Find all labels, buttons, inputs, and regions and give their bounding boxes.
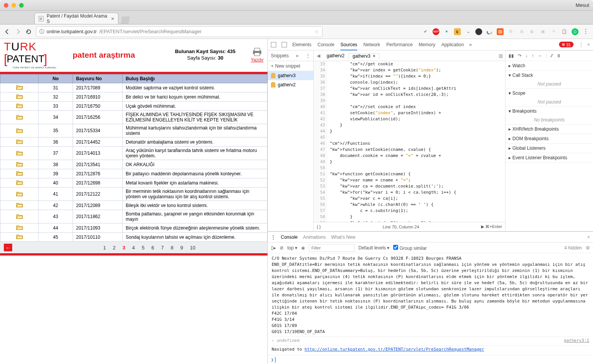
- show-nav-icon[interactable]: ▥: [496, 53, 505, 58]
- global-section[interactable]: ▸ Global Listeners: [506, 144, 593, 153]
- clear-console-icon[interactable]: ⊘: [280, 245, 284, 251]
- pager-page[interactable]: 9: [180, 245, 183, 251]
- table-row[interactable]: 332017/16750Uçak gövdeli mühimmat.: [0, 102, 267, 111]
- event-section[interactable]: ▸ Event Listener Breakpoints: [506, 153, 593, 162]
- open-record-icon[interactable]: [16, 94, 23, 99]
- table-row[interactable]: 342017/16256FİŞEK ALIMINDA VE TAHLİYESİN…: [0, 111, 267, 124]
- table-row[interactable]: 322017/16910Bir delici ve bir harici koş…: [0, 92, 267, 102]
- devtools-tab[interactable]: Application: [441, 42, 464, 47]
- ext-icon[interactable]: ⊞: [518, 28, 525, 35]
- menu-icon[interactable]: ⋮: [306, 53, 310, 58]
- pause-exceptions-icon[interactable]: ⏸: [556, 53, 561, 58]
- console-sidebar-icon[interactable]: ▯▸: [271, 245, 276, 251]
- table-row[interactable]: 392017/12876Bir patlayıcı maddenin depol…: [0, 169, 267, 178]
- ext-icon[interactable]: 📋: [561, 28, 568, 35]
- watch-section[interactable]: ▸ Watch: [506, 61, 593, 70]
- table-row[interactable]: 442017/11093Birçok elektronik fünye düze…: [0, 223, 267, 233]
- drawer-tab[interactable]: Animations: [303, 235, 326, 240]
- site-logo[interactable]: TURK [PATENT] TÜRK PATENT VE MARKA KURUM…: [4, 41, 65, 69]
- open-record-icon[interactable]: [16, 84, 23, 90]
- pager-page[interactable]: 6: [151, 245, 154, 251]
- table-row[interactable]: 412017/12122Bir merminin tetik noktasını…: [0, 188, 267, 201]
- chrome-menu-icon[interactable]: ⋮: [582, 28, 589, 35]
- context-selector[interactable]: top ▾: [287, 245, 297, 251]
- ext-icon[interactable]: ▨: [497, 28, 504, 35]
- table-row[interactable]: 372017/14013Araç yükünün karşıt taraflar…: [0, 147, 267, 160]
- table-row[interactable]: 382017/13541OK ARKALIĞI: [0, 160, 267, 169]
- ext-icon[interactable]: D: [572, 28, 578, 35]
- pager-page[interactable]: 2: [113, 245, 115, 251]
- more-icon[interactable]: »: [296, 53, 299, 58]
- ext-icon[interactable]: ◐: [529, 28, 536, 35]
- mac-zoom-button[interactable]: [19, 3, 24, 8]
- run-snippet-hint[interactable]: ▶ ⌘+Enter: [481, 224, 502, 229]
- open-record-icon[interactable]: [16, 225, 23, 230]
- console-settings-icon[interactable]: ⚙: [586, 245, 590, 251]
- site-info-icon[interactable]: ⓘ: [39, 28, 44, 35]
- code-editor[interactable]: 33 34 35 36 37 38 39 40 41 42 43 44 45 4…: [314, 61, 505, 222]
- drawer-menu-icon[interactable]: ⋮: [271, 235, 275, 240]
- table-row[interactable]: 452017/10110Sondaj kuyularının tahsisi v…: [0, 233, 267, 242]
- devtools-tab[interactable]: Performance: [386, 42, 413, 47]
- xhr-section[interactable]: ▸ XHR/fetch Breakpoints: [506, 125, 593, 134]
- pager-prev-icon[interactable]: ←: [4, 244, 12, 251]
- hidden-count[interactable]: 4 hidden: [564, 245, 582, 251]
- ext-icon[interactable]: k: [454, 28, 461, 35]
- console-output[interactable]: C/O Nexter Systems Ds/Pıd 7 Route De Gue…: [268, 253, 593, 355]
- drawer-tab[interactable]: Console: [281, 235, 298, 240]
- open-record-icon[interactable]: [16, 150, 23, 155]
- open-record-icon[interactable]: [16, 161, 23, 167]
- open-record-icon[interactable]: [16, 234, 23, 239]
- open-record-icon[interactable]: [16, 191, 23, 196]
- pager-page[interactable]: 10: [190, 245, 195, 251]
- devtools-tab[interactable]: Elements: [292, 42, 311, 47]
- pager-page[interactable]: 4: [132, 245, 135, 251]
- pager-page[interactable]: 7: [161, 245, 164, 251]
- pager-page[interactable]: 8: [171, 245, 173, 251]
- mac-minimize-button[interactable]: [11, 3, 16, 8]
- open-record-icon[interactable]: [16, 114, 23, 120]
- open-record-icon[interactable]: [16, 128, 23, 133]
- new-tab-button[interactable]: [121, 16, 130, 24]
- pager-page[interactable]: 3: [122, 245, 125, 251]
- open-record-icon[interactable]: [16, 214, 23, 219]
- print-link[interactable]: Yazdır: [251, 57, 264, 63]
- tab-close-icon[interactable]: ×: [111, 16, 114, 22]
- print-block[interactable]: Yazdır: [251, 47, 264, 63]
- inspect-icon[interactable]: [271, 42, 276, 47]
- table-row[interactable]: 402017/12698Metal kovanlı fişekler için …: [0, 178, 267, 188]
- bookmark-star-icon[interactable]: ☆: [314, 29, 319, 34]
- devtools-menu-icon[interactable]: ⋮: [579, 42, 583, 47]
- nav-back-icon[interactable]: ◀: [314, 53, 323, 58]
- ext-icon[interactable]: ⚙: [507, 28, 514, 35]
- devtools-tab[interactable]: Sources: [340, 42, 357, 50]
- back-button[interactable]: [4, 28, 11, 35]
- ext-icon[interactable]: ▣: [540, 28, 546, 35]
- table-row[interactable]: 312017/17089Modüler saptırma ve vaziyet …: [0, 83, 267, 92]
- step-out-icon[interactable]: ↑: [531, 53, 534, 58]
- ext-icon[interactable]: [475, 28, 482, 35]
- open-record-icon[interactable]: [16, 170, 23, 176]
- table-row[interactable]: 432017/11862Bomba patlaması, şarapnel ve…: [0, 210, 267, 223]
- snippet-item[interactable]: gatherv3: [268, 71, 313, 80]
- ext-icon[interactable]: [486, 28, 493, 35]
- more-panels-icon[interactable]: »: [469, 42, 472, 47]
- step-over-icon[interactable]: ↷: [518, 53, 522, 58]
- open-record-icon[interactable]: [16, 103, 23, 108]
- log-levels[interactable]: Default levels ▾: [358, 245, 389, 251]
- table-row[interactable]: 422017/12089Bileşik itki vektör ve tono …: [0, 201, 267, 210]
- pager-page[interactable]: 1: [103, 245, 106, 251]
- open-record-icon[interactable]: [16, 202, 23, 207]
- file-tab[interactable]: gatherv3×: [348, 53, 380, 59]
- table-row[interactable]: 352017/15334Mühimmat kartuşlarını silahs…: [0, 124, 267, 138]
- pager-page[interactable]: 5: [142, 245, 144, 251]
- ext-icon[interactable]: ✔: [422, 28, 429, 35]
- step-icon[interactable]: →: [538, 53, 542, 58]
- group-similar-checkbox[interactable]: Group similar: [393, 245, 427, 251]
- file-tab[interactable]: gatherv2: [323, 53, 348, 58]
- navigated-link[interactable]: http://online.turkpatent.gov.tr/EPATENT/…: [305, 347, 484, 352]
- mac-close-button[interactable]: [4, 3, 8, 8]
- breakpoints-section[interactable]: ▾ Breakpoints: [506, 107, 593, 116]
- open-record-icon[interactable]: [16, 139, 23, 144]
- drawer-tab[interactable]: What's New: [331, 235, 355, 240]
